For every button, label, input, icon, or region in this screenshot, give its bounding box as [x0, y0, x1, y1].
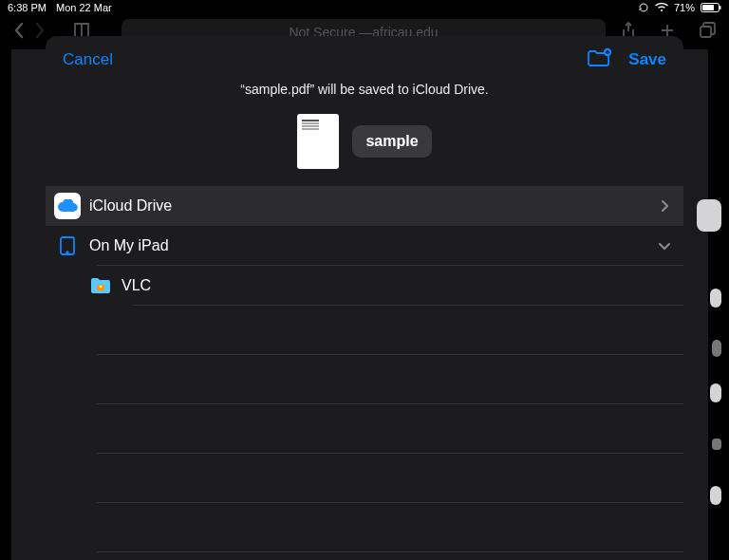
- status-time: 6:38 PM: [8, 2, 47, 13]
- list-item: [46, 306, 683, 355]
- filename-field[interactable]: sample: [352, 125, 431, 158]
- new-folder-button[interactable]: [587, 47, 611, 72]
- svg-point-6: [66, 252, 68, 253]
- list-item: [46, 454, 683, 503]
- status-date: Mon 22 Mar: [56, 2, 112, 13]
- icloud-icon: [54, 193, 81, 219]
- status-bar: 6:38 PM Mon 22 Mar 71%: [0, 0, 729, 15]
- location-label: VLC: [122, 277, 645, 294]
- battery-icon: [701, 3, 721, 12]
- save-sheet: Cancel Save “sample.pdf” will be saved t…: [46, 36, 683, 560]
- folder-icon: [89, 276, 112, 295]
- list-item: [46, 404, 683, 454]
- svg-rect-1: [702, 5, 714, 10]
- location-label: iCloud Drive: [89, 197, 645, 215]
- location-vlc[interactable]: VLC: [46, 266, 683, 306]
- svg-point-8: [100, 286, 103, 289]
- nav-back-button[interactable]: [13, 22, 34, 43]
- orientation-lock-icon: [638, 2, 649, 13]
- save-button[interactable]: Save: [628, 50, 666, 69]
- list-item: [46, 503, 683, 552]
- chevron-right-icon: [645, 199, 683, 213]
- battery-pct: 71%: [674, 2, 695, 13]
- save-subtitle: “sample.pdf” will be saved to iCloud Dri…: [46, 82, 683, 97]
- ipad-icon: [57, 235, 78, 256]
- svg-rect-2: [720, 6, 721, 9]
- location-icloud-drive[interactable]: iCloud Drive: [46, 186, 683, 226]
- list-item: [46, 355, 683, 404]
- svg-rect-3: [701, 27, 711, 37]
- cancel-button[interactable]: Cancel: [63, 50, 113, 69]
- new-folder-icon: [587, 47, 611, 68]
- file-thumbnail: [297, 114, 339, 169]
- location-on-my-ipad[interactable]: On My iPad: [46, 226, 683, 266]
- location-list: iCloud Drive On My iPad: [46, 186, 683, 560]
- wifi-icon: [655, 3, 668, 12]
- chevron-down-icon[interactable]: [645, 241, 683, 251]
- location-label: On My iPad: [89, 237, 645, 254]
- tabs-button[interactable]: [699, 22, 716, 43]
